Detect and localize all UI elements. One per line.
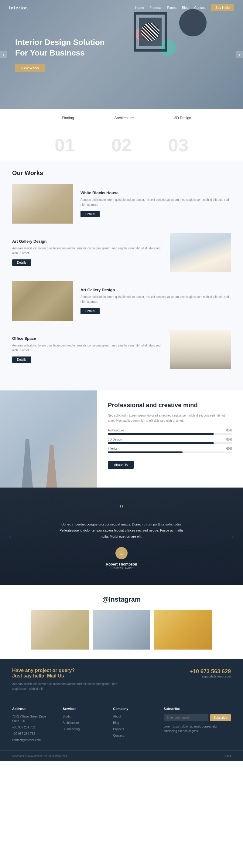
person-silhouette-2: [43, 445, 61, 488]
our-works-title: Our Works: [12, 169, 231, 177]
instagram-title: @Instagram: [12, 595, 231, 603]
footer-subscribe-button[interactable]: Subscribe: [210, 714, 231, 721]
hero-prev-arrow[interactable]: ‹: [0, 51, 7, 58]
nav-cta-button[interactable]: Say Hello: [211, 4, 234, 11]
nav-links: Home Projects Pages Blog Contact Say Hel…: [135, 4, 234, 11]
footer-service-3[interactable]: 3D modeling: [62, 727, 101, 732]
number-2: 02: [111, 136, 132, 154]
testimonial-next-arrow[interactable]: ›: [232, 533, 234, 540]
work-details-btn-3[interactable]: Details: [80, 308, 100, 314]
service-3d-design: 3D Design: [164, 116, 191, 120]
footer-subscribe-form: Subscribe: [164, 714, 231, 721]
work-info-4: Office Space Aenean sollicitudin lorem q…: [12, 336, 163, 363]
numbers-section: 01 02 03: [0, 127, 243, 160]
work-image-3: [12, 281, 73, 321]
footer-contact-info: +10 673 563 629 support@interior.com: [190, 669, 231, 678]
footer-address-line1: 7872 Village Green Drive Suite 100: [12, 714, 50, 723]
hero-title: Interior Design Solution For Your Busine…: [15, 37, 106, 58]
hero-cta-button[interactable]: View Works: [15, 64, 45, 72]
work-image-2: [170, 233, 231, 272]
footer-address-phone2: +00 987 234 762: [12, 732, 50, 736]
footer-company-4[interactable]: Contact: [113, 733, 151, 738]
footer-top: Have any project or query? Just say hell…: [0, 659, 243, 699]
skill-label-int: Interior: [108, 447, 117, 450]
footer-contact-row: Have any project or query? Just say hell…: [12, 668, 231, 679]
work-desc-2: Aenean sollicitudin lorem quis bibendum …: [12, 246, 163, 256]
instagram-img-1[interactable]: [31, 610, 89, 650]
nav-projects[interactable]: Projects: [150, 6, 162, 9]
hero-frame: [134, 12, 167, 52]
testimonial-prev-arrow[interactable]: ‹: [9, 533, 11, 540]
testimonial-name: Robert Thompson: [0, 562, 243, 566]
skill-pct-int: 60%: [226, 447, 232, 450]
work-details-btn-1[interactable]: Details: [80, 211, 100, 217]
service-line-2: [104, 118, 112, 118]
instagram-section: @Instagram: [0, 585, 243, 659]
nav-home[interactable]: Home: [135, 6, 144, 9]
work-item-office-space: Office Space Aenean sollicitudin lorem q…: [12, 330, 231, 369]
instagram-img-3[interactable]: [154, 610, 212, 650]
service-architecture: Architecture: [104, 116, 134, 120]
about-image: [0, 391, 97, 488]
number-1: 01: [55, 136, 75, 154]
work-details-btn-2[interactable]: Details: [12, 259, 31, 266]
about-section: Professional and creative mind Nec solli…: [0, 391, 243, 488]
number-3: 03: [168, 136, 188, 154]
footer-service-2[interactable]: Architecture: [62, 720, 101, 725]
quote-icon: “: [0, 503, 243, 516]
service-label-1: Planing: [62, 116, 74, 120]
footer-email-input[interactable]: [164, 714, 208, 721]
footer-service-1[interactable]: Studio: [62, 714, 101, 719]
skill-bar-int: [108, 452, 183, 453]
work-title-1: White Blocks House: [80, 190, 231, 195]
avatar: ☺: [115, 547, 128, 559]
footer-address-email: contact@interior.com: [12, 738, 50, 742]
service-line-1: [52, 118, 59, 118]
work-image-1: [12, 184, 73, 224]
hero-next-arrow[interactable]: ›: [236, 51, 243, 58]
service-planning: Planing: [52, 116, 74, 120]
instagram-img-2[interactable]: [92, 610, 151, 650]
skill-bar-3d: [108, 442, 214, 444]
testimonial-section: ‹ “ Donec imperdiet congue orci consequa…: [0, 488, 243, 585]
skill-label-arch: Architecture: [108, 429, 124, 432]
footer-col-title-company: Company: [113, 707, 151, 711]
footer-cta-line1: Have any project or query?: [12, 668, 75, 673]
work-title-2: Art Gallery Design: [12, 239, 163, 244]
skill-label-3d: 3D Design: [108, 438, 122, 441]
about-info: Professional and creative mind Nec solli…: [97, 391, 243, 488]
footer-company-3[interactable]: Projects: [113, 727, 151, 732]
footer-company-1[interactable]: About: [113, 714, 151, 719]
work-item-art-gallery-2: Art Gallery Design Aenean sollicitudin l…: [12, 281, 231, 321]
work-item-art-gallery-1: Art Gallery Design Aenean sollicitudin l…: [12, 233, 231, 272]
footer-address-phone1: +00 987 234 762: [12, 725, 50, 730]
about-title: Professional and creative mind: [108, 401, 232, 409]
nav-contact[interactable]: Contact: [194, 6, 206, 9]
service-line-3: [164, 118, 172, 118]
footer-company-2[interactable]: Blog: [113, 720, 151, 725]
footer-theme-link[interactable]: Thunit: [223, 754, 231, 757]
work-info-2: Art Gallery Design Aenean sollicitudin l…: [12, 239, 163, 266]
brand-logo[interactable]: Interior.: [9, 5, 29, 10]
footer-email: support@interior.com: [190, 675, 231, 678]
nav-blog[interactable]: Blog: [182, 6, 189, 9]
work-desc-4: Aenean sollicitudin lorem quis bibendum …: [12, 343, 163, 353]
services-bar: Planing Architecture 3D Design: [0, 109, 243, 127]
footer-desc: Aenean sollicitudin lorem quis bibendum …: [12, 682, 118, 691]
service-label-3: 3D Design: [174, 116, 191, 120]
work-details-btn-4[interactable]: Details: [12, 356, 31, 363]
footer-cta-line2: Just say hello Mail Us: [12, 673, 75, 679]
about-us-button[interactable]: About Us: [108, 461, 134, 469]
about-desc: Nec sollicitudin Lorem ipsum dolor sit a…: [108, 413, 232, 423]
work-info-1: White Blocks House Aenean sollicitudin l…: [80, 190, 231, 217]
hero-section: Interior Design Solution For Your Busine…: [0, 0, 243, 109]
testimonial-text: Donec imperdiet congue orci consequat ma…: [58, 522, 185, 539]
skill-architecture: Architecture 85%: [108, 429, 232, 435]
footer-col-address: Address 7872 Village Green Drive Suite 1…: [12, 707, 50, 744]
footer-mail-link[interactable]: Mail Us: [47, 673, 64, 678]
skill-pct-arch: 85%: [226, 429, 232, 432]
avatar-icon: ☺: [118, 550, 125, 557]
nav-pages[interactable]: Pages: [167, 6, 177, 9]
skill-bar-arch: [108, 433, 214, 435]
skill-pct-3d: 85%: [226, 438, 232, 441]
